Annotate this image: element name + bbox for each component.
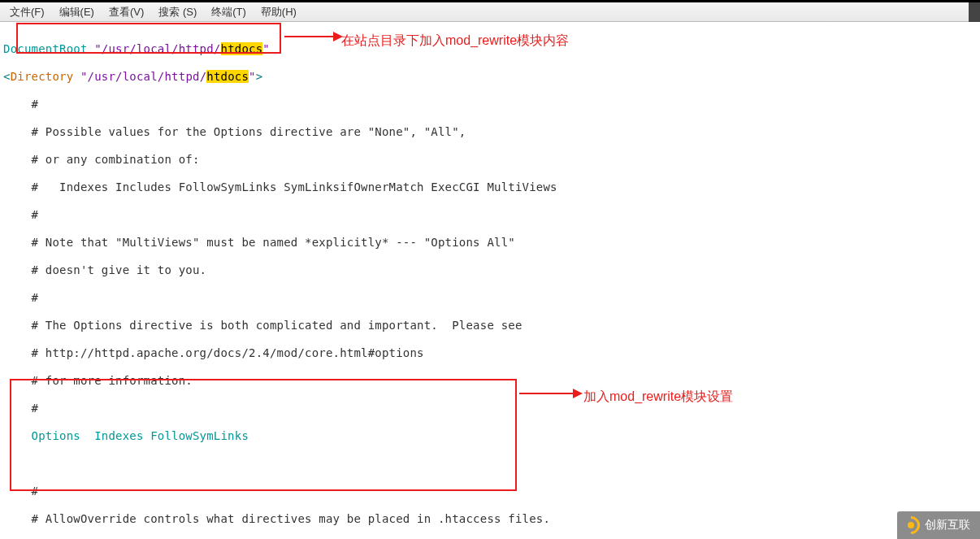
angle-bracket: > [256, 70, 263, 83]
comment-line: # for more information. [3, 374, 977, 388]
comment-line: # or any combination of: [3, 153, 977, 167]
blank-line [3, 457, 977, 471]
path-text: /usr/local/httpd/ [88, 70, 207, 83]
comment-line: # doesn't give it to you. [3, 263, 977, 277]
directive-keyword: DocumentRoot [3, 42, 88, 55]
comment-line: # AllowOverride controls what directives… [3, 512, 977, 526]
comment-line: # [3, 98, 977, 111]
highlighted-text: htdocs [206, 70, 249, 83]
comment-line: # Note that "MultiViews" must be named *… [3, 236, 977, 250]
menu-edit[interactable]: 编辑(E) [53, 3, 101, 21]
comment-line: # The Options directive is both complica… [3, 319, 977, 333]
watermark-text: 创新互联 [925, 518, 970, 532]
menu-terminal[interactable]: 终端(T) [205, 3, 253, 21]
menu-view[interactable]: 查看(V) [102, 3, 150, 21]
angle-bracket: < [3, 70, 11, 83]
line-options: Options Indexes FollowSymLinks [3, 429, 977, 443]
menubar: 文件(F) 编辑(E) 查看(V) 搜索 (S) 终端(T) 帮助(H) [0, 2, 980, 22]
watermark-logo-icon [902, 516, 920, 534]
highlighted-text: htdocs [221, 42, 263, 55]
directive-keyword: Options [3, 429, 80, 442]
comment-line: # [3, 402, 977, 415]
directive-value: Indexes FollowSymLinks [80, 429, 249, 442]
editor-area[interactable]: DocumentRoot "/usr/local/httpd/htdocs" <… [0, 22, 980, 539]
comment-line: # Possible values for the Options direct… [3, 125, 977, 139]
comment-line: # [3, 485, 977, 498]
quote: " [262, 42, 270, 55]
quote: " [249, 70, 256, 83]
menu-search[interactable]: 搜索 (S) [152, 3, 203, 21]
comment-line: # [3, 291, 977, 305]
watermark: 创新互联 [897, 511, 980, 539]
annotation-bottom: 加入mod_rewrite模块设置 [583, 389, 733, 406]
path-text: /usr/local/httpd/ [102, 42, 221, 55]
scrollbar-track[interactable] [969, 2, 980, 22]
comment-line: # Indexes Includes FollowSymLinks SymLin… [3, 180, 977, 194]
tag-keyword: Directory [11, 70, 74, 83]
line-directory-open: <Directory "/usr/local/httpd/htdocs"> [3, 70, 977, 84]
annotation-top: 在站点目录下加入mod_rewrite模块内容 [341, 33, 569, 50]
comment-line: # http://httpd.apache.org/docs/2.4/mod/c… [3, 346, 977, 360]
comment-line: # [3, 208, 977, 222]
menu-file[interactable]: 文件(F) [3, 3, 51, 21]
quote: " [88, 42, 102, 55]
quote: " [73, 70, 87, 83]
menu-help[interactable]: 帮助(H) [254, 3, 303, 21]
